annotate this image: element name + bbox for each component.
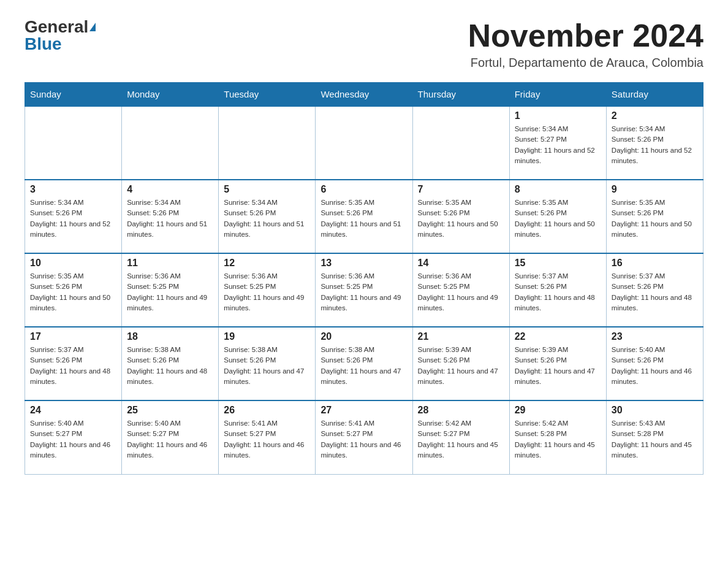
calendar-cell: 19Sunrise: 5:38 AM Sunset: 5:26 PM Dayli…: [219, 327, 316, 400]
calendar-cell: 29Sunrise: 5:42 AM Sunset: 5:28 PM Dayli…: [509, 400, 606, 474]
day-info: Sunrise: 5:34 AM Sunset: 5:27 PM Dayligh…: [515, 124, 601, 166]
calendar-cell: 6Sunrise: 5:35 AM Sunset: 5:26 PM Daylig…: [316, 180, 412, 253]
day-number: 6: [320, 184, 407, 195]
calendar-cell: 25Sunrise: 5:40 AM Sunset: 5:27 PM Dayli…: [122, 400, 219, 474]
header: General Blue November 2024 Fortul, Depar…: [25, 18, 703, 70]
calendar-header-thursday: Thursday: [412, 83, 509, 107]
calendar-cell: [25, 106, 122, 180]
calendar-cell: 13Sunrise: 5:36 AM Sunset: 5:25 PM Dayli…: [316, 253, 412, 327]
calendar-cell: 28Sunrise: 5:42 AM Sunset: 5:27 PM Dayli…: [412, 400, 509, 474]
day-info: Sunrise: 5:35 AM Sunset: 5:26 PM Dayligh…: [515, 197, 601, 240]
day-info: Sunrise: 5:38 AM Sunset: 5:26 PM Dayligh…: [224, 345, 310, 387]
day-number: 16: [612, 258, 698, 269]
calendar-cell: [219, 106, 316, 180]
calendar-cell: 23Sunrise: 5:40 AM Sunset: 5:26 PM Dayli…: [606, 327, 703, 400]
calendar-cell: [316, 106, 412, 180]
day-number: 30: [612, 405, 698, 416]
day-number: 9: [612, 184, 698, 195]
month-title: November 2024: [468, 18, 703, 53]
day-info: Sunrise: 5:40 AM Sunset: 5:27 PM Dayligh…: [127, 418, 213, 461]
calendar-header-tuesday: Tuesday: [219, 83, 316, 107]
day-number: 4: [127, 184, 213, 195]
day-info: Sunrise: 5:42 AM Sunset: 5:28 PM Dayligh…: [515, 418, 601, 461]
calendar-cell: 17Sunrise: 5:37 AM Sunset: 5:26 PM Dayli…: [25, 327, 122, 400]
day-info: Sunrise: 5:41 AM Sunset: 5:27 PM Dayligh…: [224, 418, 310, 461]
calendar-cell: [122, 106, 219, 180]
day-info: Sunrise: 5:38 AM Sunset: 5:26 PM Dayligh…: [320, 345, 407, 387]
day-info: Sunrise: 5:35 AM Sunset: 5:26 PM Dayligh…: [30, 271, 116, 313]
day-info: Sunrise: 5:37 AM Sunset: 5:26 PM Dayligh…: [30, 345, 116, 387]
day-info: Sunrise: 5:34 AM Sunset: 5:26 PM Dayligh…: [30, 197, 116, 240]
day-info: Sunrise: 5:39 AM Sunset: 5:26 PM Dayligh…: [515, 345, 601, 387]
calendar-header-friday: Friday: [509, 83, 606, 107]
calendar-header-row: SundayMondayTuesdayWednesdayThursdayFrid…: [25, 83, 703, 107]
day-number: 25: [127, 405, 213, 416]
day-number: 18: [127, 331, 213, 342]
calendar-cell: 12Sunrise: 5:36 AM Sunset: 5:25 PM Dayli…: [219, 253, 316, 327]
day-number: 15: [515, 258, 601, 269]
day-info: Sunrise: 5:35 AM Sunset: 5:26 PM Dayligh…: [418, 197, 504, 240]
calendar-week-row: 10Sunrise: 5:35 AM Sunset: 5:26 PM Dayli…: [25, 253, 703, 327]
calendar-header-wednesday: Wednesday: [316, 83, 412, 107]
calendar-cell: 7Sunrise: 5:35 AM Sunset: 5:26 PM Daylig…: [412, 180, 509, 253]
day-info: Sunrise: 5:34 AM Sunset: 5:26 PM Dayligh…: [612, 124, 698, 166]
calendar-cell: 27Sunrise: 5:41 AM Sunset: 5:27 PM Dayli…: [316, 400, 412, 474]
calendar-cell: [412, 106, 509, 180]
calendar-cell: 9Sunrise: 5:35 AM Sunset: 5:26 PM Daylig…: [606, 180, 703, 253]
day-info: Sunrise: 5:37 AM Sunset: 5:26 PM Dayligh…: [515, 271, 601, 313]
logo-general-text: General: [25, 18, 88, 36]
day-number: 22: [515, 331, 601, 342]
day-info: Sunrise: 5:41 AM Sunset: 5:27 PM Dayligh…: [320, 418, 407, 461]
calendar-cell: 30Sunrise: 5:43 AM Sunset: 5:28 PM Dayli…: [606, 400, 703, 474]
day-info: Sunrise: 5:38 AM Sunset: 5:26 PM Dayligh…: [127, 345, 213, 387]
calendar-cell: 5Sunrise: 5:34 AM Sunset: 5:26 PM Daylig…: [219, 180, 316, 253]
day-info: Sunrise: 5:34 AM Sunset: 5:26 PM Dayligh…: [224, 197, 310, 240]
calendar-cell: 22Sunrise: 5:39 AM Sunset: 5:26 PM Dayli…: [509, 327, 606, 400]
day-info: Sunrise: 5:43 AM Sunset: 5:28 PM Dayligh…: [612, 418, 698, 461]
calendar-week-row: 1Sunrise: 5:34 AM Sunset: 5:27 PM Daylig…: [25, 106, 703, 180]
day-number: 19: [224, 331, 310, 342]
day-info: Sunrise: 5:40 AM Sunset: 5:26 PM Dayligh…: [612, 345, 698, 387]
day-info: Sunrise: 5:42 AM Sunset: 5:27 PM Dayligh…: [418, 418, 504, 461]
calendar-cell: 3Sunrise: 5:34 AM Sunset: 5:26 PM Daylig…: [25, 180, 122, 253]
day-number: 26: [224, 405, 310, 416]
day-number: 29: [515, 405, 601, 416]
day-number: 11: [127, 258, 213, 269]
calendar-cell: 4Sunrise: 5:34 AM Sunset: 5:26 PM Daylig…: [122, 180, 219, 253]
calendar-table: SundayMondayTuesdayWednesdayThursdayFrid…: [25, 82, 703, 475]
day-info: Sunrise: 5:36 AM Sunset: 5:25 PM Dayligh…: [224, 271, 310, 313]
calendar-week-row: 17Sunrise: 5:37 AM Sunset: 5:26 PM Dayli…: [25, 327, 703, 400]
calendar-week-row: 24Sunrise: 5:40 AM Sunset: 5:27 PM Dayli…: [25, 400, 703, 474]
calendar-header-sunday: Sunday: [25, 83, 122, 107]
day-info: Sunrise: 5:36 AM Sunset: 5:25 PM Dayligh…: [127, 271, 213, 313]
title-area: November 2024 Fortul, Departamento de Ar…: [468, 18, 703, 70]
day-info: Sunrise: 5:37 AM Sunset: 5:26 PM Dayligh…: [612, 271, 698, 313]
day-number: 2: [612, 110, 698, 121]
calendar-cell: 1Sunrise: 5:34 AM Sunset: 5:27 PM Daylig…: [509, 106, 606, 180]
calendar-cell: 24Sunrise: 5:40 AM Sunset: 5:27 PM Dayli…: [25, 400, 122, 474]
day-info: Sunrise: 5:35 AM Sunset: 5:26 PM Dayligh…: [612, 197, 698, 240]
day-info: Sunrise: 5:36 AM Sunset: 5:25 PM Dayligh…: [320, 271, 407, 313]
calendar-cell: 26Sunrise: 5:41 AM Sunset: 5:27 PM Dayli…: [219, 400, 316, 474]
day-info: Sunrise: 5:34 AM Sunset: 5:26 PM Dayligh…: [127, 197, 213, 240]
day-number: 27: [320, 405, 407, 416]
day-info: Sunrise: 5:39 AM Sunset: 5:26 PM Dayligh…: [418, 345, 504, 387]
calendar-cell: 10Sunrise: 5:35 AM Sunset: 5:26 PM Dayli…: [25, 253, 122, 327]
day-number: 14: [418, 258, 504, 269]
calendar-header-saturday: Saturday: [606, 83, 703, 107]
calendar-cell: 16Sunrise: 5:37 AM Sunset: 5:26 PM Dayli…: [606, 253, 703, 327]
location-title: Fortul, Departamento de Arauca, Colombia: [468, 56, 703, 70]
day-number: 7: [418, 184, 504, 195]
day-number: 3: [30, 184, 116, 195]
day-number: 8: [515, 184, 601, 195]
day-number: 21: [418, 331, 504, 342]
calendar-cell: 15Sunrise: 5:37 AM Sunset: 5:26 PM Dayli…: [509, 253, 606, 327]
day-number: 24: [30, 405, 116, 416]
calendar-week-row: 3Sunrise: 5:34 AM Sunset: 5:26 PM Daylig…: [25, 180, 703, 253]
day-number: 1: [515, 110, 601, 121]
day-number: 23: [612, 331, 698, 342]
day-info: Sunrise: 5:40 AM Sunset: 5:27 PM Dayligh…: [30, 418, 116, 461]
calendar-cell: 14Sunrise: 5:36 AM Sunset: 5:25 PM Dayli…: [412, 253, 509, 327]
calendar-cell: 21Sunrise: 5:39 AM Sunset: 5:26 PM Dayli…: [412, 327, 509, 400]
day-number: 13: [320, 258, 407, 269]
